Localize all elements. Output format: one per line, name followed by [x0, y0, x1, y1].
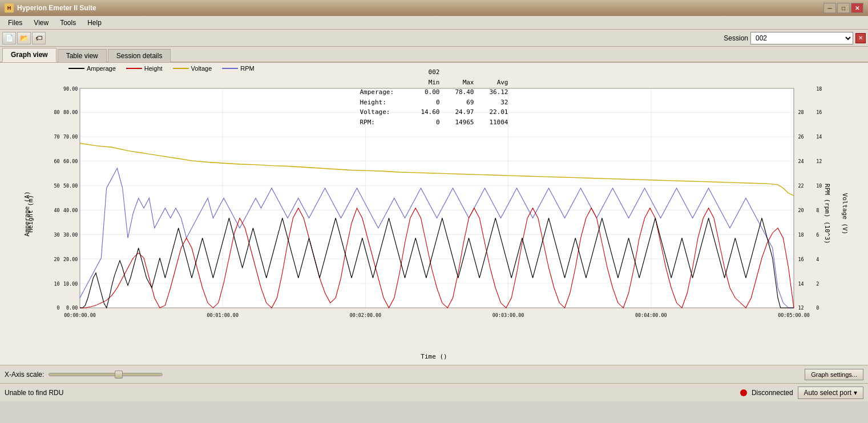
title-bar: H Hyperion Emeter II Suite ─ □ ✕ — [0, 0, 868, 16]
x-axis-slider-thumb[interactable] — [115, 371, 123, 379]
svg-text:70: 70 — [54, 135, 59, 140]
svg-text:10.00: 10.00 — [63, 281, 78, 287]
svg-text:70.00: 70.00 — [63, 135, 78, 140]
svg-text:00:00:00.00: 00:00:00.00 — [64, 312, 96, 318]
svg-text:80: 80 — [54, 110, 59, 116]
legend-voltage-line — [173, 68, 189, 69]
svg-text:60.00: 60.00 — [63, 159, 78, 165]
menu-files[interactable]: Files — [2, 18, 28, 28]
bottom-bar: X-Axis scale: Graph settings... — [0, 365, 868, 383]
window-controls: ─ □ ✕ — [823, 3, 863, 13]
legend-amperage: Amperage — [68, 65, 116, 72]
stats-panel: 002 Min Max Avg Amperage:0.0078.4036.12 … — [360, 67, 508, 128]
close-session-button[interactable]: ✕ — [855, 33, 866, 43]
svg-text:10: 10 — [54, 281, 59, 287]
svg-text:00:01:00.00: 00:01:00.00 — [207, 312, 239, 318]
svg-text:00:02:00.00: 00:02:00.00 — [350, 312, 382, 318]
x-axis-scale-label: X-Axis scale: — [5, 371, 44, 379]
session-label: Session — [724, 34, 748, 42]
status-right: Disconnected Auto select port ▾ — [740, 387, 863, 399]
legend-voltage-label: Voltage — [191, 65, 212, 72]
svg-text:20: 20 — [798, 208, 804, 213]
svg-text:26: 26 — [798, 135, 804, 140]
open-button[interactable]: 📂 — [17, 32, 31, 44]
x-axis-slider-track — [49, 373, 163, 376]
svg-text:50.00: 50.00 — [63, 183, 78, 189]
svg-text:16: 16 — [798, 257, 804, 262]
disconnected-label: Disconnected — [752, 389, 793, 397]
menu-help[interactable]: Help — [82, 18, 107, 28]
legend-bar: Amperage Height Voltage RPM — [68, 65, 255, 72]
auto-select-label: Auto select port — [804, 389, 851, 397]
dropdown-arrow-icon: ▾ — [854, 389, 857, 397]
app-icon: H — [5, 3, 14, 13]
svg-text:50: 50 — [54, 183, 59, 189]
y-axis-right-voltage-label: Voltage (V) — [841, 193, 849, 235]
svg-text:40: 40 — [54, 208, 59, 213]
title-text: Hyperion Emeter II Suite — [17, 4, 96, 12]
svg-text:28: 28 — [798, 110, 804, 116]
svg-text:0.00: 0.00 — [66, 306, 78, 311]
new-button[interactable]: 📄 — [2, 32, 16, 44]
svg-text:18: 18 — [798, 232, 804, 238]
tabs-bar: Graph view Table view Session details — [0, 47, 868, 63]
stats-session: 002 — [360, 67, 508, 78]
menu-tools[interactable]: Tools — [54, 18, 82, 28]
tab-graph-view[interactable]: Graph view — [2, 48, 56, 62]
session-select[interactable]: 002 — [750, 32, 853, 44]
session-area: Session 002 ✕ — [724, 32, 866, 44]
main-content: 002 Min Max Avg Amperage:0.0078.4036.12 … — [0, 63, 868, 365]
graph-settings-button[interactable]: Graph settings... — [805, 369, 863, 380]
svg-text:14: 14 — [816, 135, 822, 140]
legend-voltage: Voltage — [173, 65, 212, 72]
svg-text:80.00: 80.00 — [63, 110, 78, 116]
tab-session-details[interactable]: Session details — [108, 49, 171, 62]
minimize-button[interactable]: ─ — [823, 3, 836, 13]
svg-text:00:04:00.00: 00:04:00.00 — [635, 312, 667, 318]
status-bar: Unable to find RDU Disconnected Auto sel… — [0, 383, 868, 401]
svg-text:16: 16 — [816, 110, 822, 116]
legend-height-label: Height — [144, 65, 163, 72]
svg-text:4: 4 — [816, 257, 819, 262]
legend-height: Height — [126, 65, 163, 72]
svg-text:22: 22 — [798, 183, 804, 189]
toolbar: 📄 📂 🏷 Session 002 ✕ — [0, 30, 868, 47]
svg-text:12: 12 — [798, 306, 804, 311]
svg-text:10: 10 — [816, 183, 822, 189]
svg-text:6: 6 — [816, 232, 819, 238]
maximize-button[interactable]: □ — [837, 3, 850, 13]
tag-button[interactable]: 🏷 — [32, 32, 46, 44]
tab-table-view[interactable]: Table view — [58, 49, 107, 62]
svg-text:20.00: 20.00 — [63, 257, 78, 262]
menu-bar: Files View Tools Help — [0, 16, 868, 30]
y-axis-right-rpm-label: RPM (rpm) (10^3) — [824, 184, 831, 244]
legend-rpm: RPM — [222, 65, 254, 72]
svg-text:40.00: 40.00 — [63, 208, 78, 213]
legend-amperage-line — [68, 68, 84, 69]
legend-rpm-line — [222, 68, 238, 69]
close-button[interactable]: ✕ — [851, 3, 863, 13]
disconnect-indicator — [740, 389, 747, 396]
svg-text:24: 24 — [798, 159, 804, 165]
svg-text:2: 2 — [816, 281, 819, 287]
menu-view[interactable]: View — [28, 18, 54, 28]
x-axis-label: Time () — [421, 353, 447, 360]
svg-text:00:03:00.00: 00:03:00.00 — [492, 312, 524, 318]
svg-text:30.00: 30.00 — [63, 232, 78, 238]
svg-text:14: 14 — [798, 281, 804, 287]
legend-height-line — [126, 68, 142, 69]
svg-text:90.00: 90.00 — [63, 86, 78, 92]
svg-text:30: 30 — [54, 232, 59, 238]
svg-text:18: 18 — [816, 86, 822, 92]
status-text: Unable to find RDU — [5, 389, 733, 397]
svg-text:0: 0 — [56, 306, 59, 311]
stats-table: Min Max Avg Amperage:0.0078.4036.12 Heig… — [360, 78, 508, 128]
auto-select-port-button[interactable]: Auto select port ▾ — [798, 387, 863, 399]
svg-text:0: 0 — [816, 306, 819, 311]
legend-amperage-label: Amperage — [87, 65, 116, 72]
svg-text:12: 12 — [816, 159, 822, 165]
svg-text:00:05:00.00: 00:05:00.00 — [778, 312, 810, 318]
svg-text:60: 60 — [54, 159, 59, 165]
svg-text:20: 20 — [54, 257, 59, 262]
legend-rpm-label: RPM — [240, 65, 254, 72]
